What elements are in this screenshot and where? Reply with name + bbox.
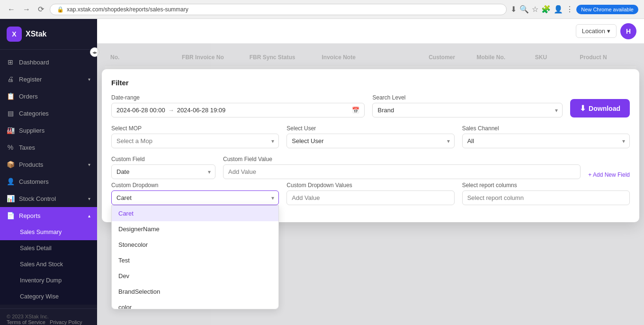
custom-field-field: Custom Field Date <box>111 156 215 179</box>
select-mop-field: Select MOP <box>111 125 279 148</box>
chrome-update-badge[interactable]: New Chrome available <box>576 5 638 14</box>
sidebar-item-sales-detail[interactable]: Sales Detail <box>0 240 97 256</box>
custom-dropdown-values-input[interactable] <box>286 190 454 205</box>
download-page-icon[interactable]: ⬇ <box>510 5 517 14</box>
zoom-icon[interactable]: 🔍 <box>519 5 529 14</box>
select-mop-label: Select MOP <box>111 125 279 132</box>
custom-field-value-field: Custom Field Value <box>223 156 581 179</box>
filter-row-2: Select MOP Select User Select User <box>111 125 630 148</box>
back-button[interactable]: ← <box>6 3 17 16</box>
dropdown-option-caret[interactable]: Caret <box>112 206 278 221</box>
reload-button[interactable]: ⟳ <box>36 3 46 16</box>
dropdown-chevron-icon: ▾ <box>271 195 274 201</box>
custom-field-select[interactable]: Date <box>111 164 215 179</box>
location-label: Location <box>582 27 605 35</box>
search-level-label: Search Level <box>372 94 563 101</box>
dropdown-option-color[interactable]: color <box>112 299 278 309</box>
url-text: xap.xstak.com/shopdesk/reports/sales-sum… <box>67 6 188 13</box>
sidebar-item-label: Orders <box>19 93 38 100</box>
sidebar-item-inventory-dump[interactable]: Inventory Dump <box>0 272 97 289</box>
custom-dropdown-values-field: Custom Dropdown Values <box>286 182 454 205</box>
calendar-icon: 📅 <box>352 107 359 114</box>
sidebar-item-products[interactable]: 📦 Products ▾ <box>0 156 97 173</box>
taxes-icon: % <box>7 144 14 151</box>
custom-dropdown-input-wrapper: ▾ <box>111 190 279 205</box>
add-new-field-link[interactable]: + Add New Field <box>588 172 630 178</box>
custom-field-value-input[interactable] <box>223 164 581 179</box>
dropdown-option-test[interactable]: Test <box>112 253 278 268</box>
sales-channel-select[interactable]: All <box>462 134 630 148</box>
sidebar-item-label: Taxes <box>19 144 35 151</box>
custom-field-wrapper: Date <box>111 164 215 179</box>
products-icon: 📦 <box>7 161 14 168</box>
custom-dropdown-list: Caret DesignerName Stonecolor Test Dev B… <box>111 205 279 309</box>
sales-channel-field: Sales Channel All <box>462 125 630 148</box>
reports-icon: 📄 <box>7 212 14 219</box>
sidebar-item-sales-and-stock[interactable]: Sales And Stock <box>0 256 97 272</box>
sidebar-item-label: Register <box>19 76 42 83</box>
copyright-text: © 2023 XStak Inc. <box>7 314 90 319</box>
dashboard-icon: ⊞ <box>7 58 14 66</box>
sales-channel-wrapper: All <box>462 134 630 148</box>
sidebar-item-orders[interactable]: 📋 Orders <box>0 88 97 105</box>
privacy-link[interactable]: Privacy Policy <box>50 319 82 325</box>
forward-button[interactable]: → <box>21 3 32 16</box>
sidebar-item-label: Products <box>19 161 43 168</box>
download-button[interactable]: ⬇ Download <box>570 99 630 117</box>
orders-icon: 📋 <box>7 92 14 100</box>
sidebar-item-taxes[interactable]: % Taxes <box>0 139 97 156</box>
search-level-wrapper: Brand Product Category <box>372 103 563 117</box>
search-level-select[interactable]: Brand Product Category <box>372 103 563 117</box>
date-range-label: Date-range <box>111 94 365 101</box>
select-report-columns-field: Select report columns <box>462 182 630 205</box>
sidebar-item-reports[interactable]: 📄 Reports ▴ <box>0 207 97 224</box>
select-mop-wrapper <box>111 134 279 148</box>
logo-text: XStak <box>26 30 46 38</box>
dropdown-option-designername[interactable]: DesignerName <box>112 221 278 237</box>
filter-title: Filter <box>111 79 630 87</box>
date-range-field: Date-range 2024-06-28 00:00 → 2024-06-28… <box>111 94 365 117</box>
terms-link[interactable]: Terms of Service <box>7 319 45 325</box>
dropdown-option-stonecolor[interactable]: Stonecolor <box>112 237 278 253</box>
sidebar-item-stock-control[interactable]: 📊 Stock Control ▾ <box>0 190 97 207</box>
sidebar-item-suppliers[interactable]: 🏭 Suppliers <box>0 122 97 139</box>
browser-chrome: ← → ⟳ 🔒 xap.xstak.com/shopdesk/reports/s… <box>0 0 644 19</box>
sidebar-item-register[interactable]: 🖨 Register ▾ <box>0 71 97 88</box>
sales-channel-label: Sales Channel <box>462 125 630 132</box>
location-button[interactable]: Location ▾ <box>576 24 617 38</box>
date-range-input[interactable]: 2024-06-28 00:00 → 2024-06-28 19:09 📅 <box>111 103 365 117</box>
sidebar-item-sales-summary[interactable]: Sales Summary <box>0 224 97 240</box>
user-avatar[interactable]: H <box>620 23 636 39</box>
bookmark-icon[interactable]: ☆ <box>532 5 538 14</box>
sidebar-nav: ⊞ Dashboard 🖨 Register ▾ 📋 Orders ▤ Cate… <box>0 50 97 308</box>
filter-row-1: Date-range 2024-06-28 00:00 → 2024-06-28… <box>111 94 630 117</box>
select-user-wrapper: Select User <box>286 134 454 148</box>
stock-icon: 📊 <box>7 195 14 202</box>
address-bar[interactable]: 🔒 xap.xstak.com/shopdesk/reports/sales-s… <box>50 4 507 15</box>
search-level-field: Search Level Brand Product Category <box>372 94 563 117</box>
register-icon: 🖨 <box>7 75 14 83</box>
sidebar-item-dashboard[interactable]: ⊞ Dashboard <box>0 54 97 71</box>
chevron-icon: ▾ <box>88 162 90 167</box>
select-mop-input[interactable] <box>111 134 279 148</box>
inventory-dump-label: Inventory Dump <box>20 277 62 284</box>
download-label: Download <box>589 105 620 112</box>
extension-icon[interactable]: 🧩 <box>541 5 551 14</box>
dropdown-option-dev[interactable]: Dev <box>112 268 278 284</box>
dropdown-option-brandselection[interactable]: BrandSelection <box>112 284 278 299</box>
more-icon[interactable]: ⋮ <box>566 5 573 14</box>
sidebar-item-customers[interactable]: 👤 Customers <box>0 173 97 190</box>
custom-dropdown-field: Custom Dropdown ▾ Caret DesignerName <box>111 182 279 205</box>
filter-panel: Filter Date-range 2024-06-28 00:00 → 202… <box>102 69 639 222</box>
filter-row-3: Custom Field Date Custom Field Value <box>111 156 630 179</box>
select-user-select[interactable]: Select User <box>286 134 454 148</box>
account-icon[interactable]: 👤 <box>554 5 563 14</box>
custom-dropdown-input[interactable] <box>111 190 279 205</box>
select-report-columns-input[interactable] <box>462 190 630 205</box>
sidebar-item-categories[interactable]: ▤ Categories <box>0 105 97 122</box>
chevron-up-icon: ▴ <box>88 213 90 218</box>
sidebar-item-category-wise[interactable]: Category Wise <box>0 289 97 305</box>
custom-dropdown-wrapper: ▾ Caret DesignerName Stonecolor Test Dev… <box>111 190 279 205</box>
customers-icon: 👤 <box>7 178 14 185</box>
filter-row-4: Custom Dropdown ▾ Caret DesignerName <box>111 182 630 205</box>
